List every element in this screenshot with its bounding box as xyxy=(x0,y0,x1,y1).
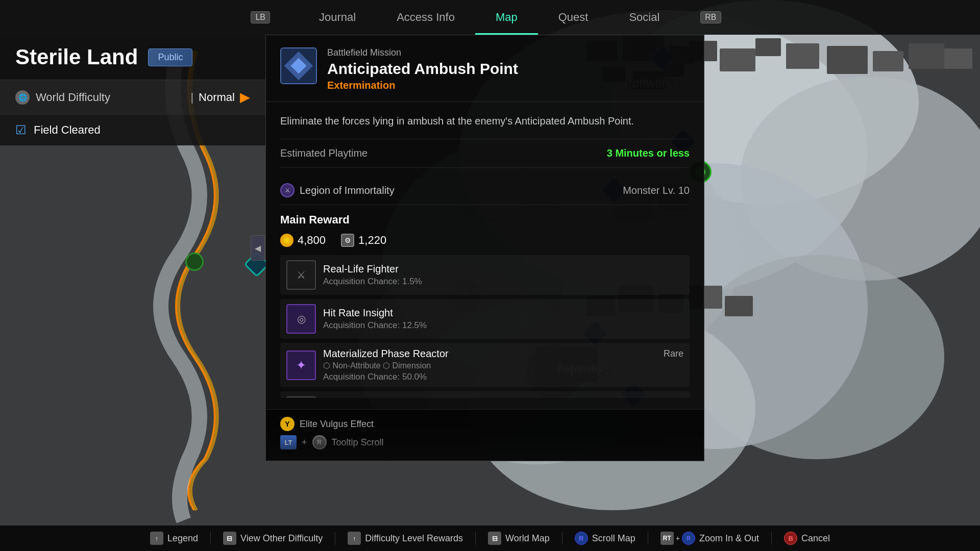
playtime-value: 3 Minutes or less xyxy=(607,147,690,159)
reward-name-2: Hit Rate Insight xyxy=(323,307,683,319)
nav-social[interactable]: Social xyxy=(608,0,680,35)
reward-name-1: Real-Life Fighter xyxy=(323,263,683,275)
b-button: B xyxy=(784,532,797,545)
rb-badge: RB xyxy=(700,11,721,23)
nav-lb: LB xyxy=(230,0,299,35)
world-difficulty-right: | Normal ▶ xyxy=(190,89,250,105)
sidebar-header: Sterile Land Public xyxy=(0,35,265,80)
enemy-name: Legion of Immortality xyxy=(300,185,395,196)
reward-icon-2: ◎ xyxy=(286,304,316,334)
reward-chance-1: Acquisition Chance: 1.5% xyxy=(323,277,683,287)
mission-icon-inner xyxy=(290,58,306,73)
svg-rect-28 xyxy=(725,296,753,316)
legend-button[interactable]: ↑ Legend xyxy=(138,532,211,545)
reward-icon-4: ⊕ xyxy=(286,396,316,398)
nav-access-info[interactable]: Access Info xyxy=(376,0,475,35)
enemy-level: Monster Lv. 10 xyxy=(623,185,690,196)
playtime-label: Estimated Playtime xyxy=(280,147,368,159)
mission-category: Battlefield Mission xyxy=(327,47,690,58)
public-badge: Public xyxy=(148,48,192,66)
plus-zoom: + xyxy=(676,534,680,542)
footer-hint-2: LT + R Tooltip Scroll xyxy=(280,435,690,449)
gold-reward: 4,800 xyxy=(280,234,326,247)
cancel-label: Cancel xyxy=(801,533,830,544)
difficulty-level-rewards-label: Difficulty Level Rewards xyxy=(365,533,463,544)
y-button: Y xyxy=(280,417,295,431)
difficulty-rewards-btn-icon: ↑ xyxy=(348,532,361,545)
svg-rect-19 xyxy=(786,43,819,69)
elite-vulgus-label: Elite Vulgus Effect xyxy=(300,419,374,430)
reward-item-1: ⚔ Real-Life Fighter Acquisition Chance: … xyxy=(280,255,690,295)
mission-playtime: Estimated Playtime 3 Minutes or less xyxy=(280,139,690,168)
nav-map[interactable]: Map xyxy=(475,0,538,35)
field-cleared-label: Field Cleared xyxy=(34,123,101,137)
mission-icon-diamond xyxy=(284,52,313,81)
scroll-map-btn-icon: R xyxy=(575,532,588,545)
nav-rb: RB xyxy=(680,0,749,35)
enemy-left: ⚔ Legion of Immortality xyxy=(280,183,395,197)
mission-description: Eliminate the forces lying in ambush at … xyxy=(280,113,690,129)
reward-name-3: Materialized Phase Reactor xyxy=(323,348,449,360)
reward-item-3: ✦ Materialized Phase Reactor Rare ⬡ Non-… xyxy=(280,343,690,387)
world-difficulty-value: Normal xyxy=(199,91,235,104)
view-other-difficulty-label: View Other Difficulty xyxy=(240,533,323,544)
zoom-combo: RT + R xyxy=(660,532,695,545)
lb-badge: LB xyxy=(251,11,270,23)
world-map-btn-icon: ⊟ xyxy=(488,532,501,545)
field-cleared-row: ☑ Field Cleared xyxy=(0,114,265,145)
world-map-button[interactable]: ⊟ World Map xyxy=(476,532,562,545)
svg-rect-20 xyxy=(827,46,868,74)
reward-chance-3: Acquisition Chance: 50.0% xyxy=(323,372,683,382)
nav-journal[interactable]: Journal xyxy=(299,0,376,35)
reward-rarity-3: Rare xyxy=(664,348,683,359)
world-difficulty-label: World Difficulty xyxy=(36,91,110,104)
reward-icon-1: ⚔ xyxy=(286,260,316,290)
reward-item-2: ◎ Hit Rate Insight Acquisition Chance: 1… xyxy=(280,299,690,339)
reward-info-3: Materialized Phase Reactor Rare ⬡ Non-At… xyxy=(323,348,683,382)
tooltip-scroll-label: Tooltip Scroll xyxy=(332,437,384,448)
difficulty-level-rewards-button[interactable]: ↑ Difficulty Level Rewards xyxy=(335,532,476,545)
svg-rect-17 xyxy=(720,48,755,71)
top-navigation: LB Journal Access Info Map Quest Social … xyxy=(0,0,980,35)
r-zoom-btn: R xyxy=(682,532,695,545)
mission-type: Extermination xyxy=(327,80,690,91)
map-marker-green-1[interactable] xyxy=(185,253,204,271)
gear-reward: ⚙ 1,220 xyxy=(341,234,386,247)
mission-header: Battlefield Mission Anticipated Ambush P… xyxy=(266,35,704,102)
plus-symbol: + xyxy=(302,437,307,448)
reward-info-1: Real-Life Fighter Acquisition Chance: 1.… xyxy=(323,263,683,287)
gold-amount: 4,800 xyxy=(298,234,326,247)
legend-btn-icon: ↑ xyxy=(150,532,163,545)
world-difficulty-left: 🌐 World Difficulty xyxy=(15,90,110,105)
view-other-difficulty-button[interactable]: ⊟ View Other Difficulty xyxy=(211,532,335,545)
bottom-bar: ↑ Legend ⊟ View Other Difficulty ↑ Diffi… xyxy=(0,525,980,551)
gold-icon xyxy=(280,234,293,247)
legend-label: Legend xyxy=(167,533,198,544)
scroll-map-label: Scroll Map xyxy=(592,533,635,544)
mission-name: Anticipated Ambush Point xyxy=(327,60,690,78)
gear-amount: 1,220 xyxy=(358,234,386,247)
enemy-row: ⚔ Legion of Immortality Monster Lv. 10 xyxy=(280,176,690,205)
main-reward-title: Main Reward xyxy=(280,213,690,227)
scroll-map-button[interactable]: R Scroll Map xyxy=(562,532,648,545)
reward-info-2: Hit Rate Insight Acquisition Chance: 12.… xyxy=(323,307,683,331)
gear-icon: ⚙ xyxy=(341,234,354,247)
cancel-button[interactable]: B Cancel xyxy=(772,532,842,545)
field-cleared-check: ☑ xyxy=(15,123,27,137)
reward-items-list: ⚔ Real-Life Fighter Acquisition Chance: … xyxy=(280,255,690,398)
zoom-label: Zoom In & Out xyxy=(699,533,759,544)
mission-title-block: Battlefield Mission Anticipated Ambush P… xyxy=(327,47,690,91)
world-difficulty-row: 🌐 World Difficulty | Normal ▶ xyxy=(0,80,265,114)
world-map-label: World Map xyxy=(505,533,550,544)
zoom-in-out-button[interactable]: RT + R Zoom In & Out xyxy=(648,532,772,545)
lt-button: LT xyxy=(280,435,297,449)
svg-rect-21 xyxy=(873,51,903,71)
reward-currency: 4,800 ⚙ 1,220 xyxy=(280,234,690,247)
difficulty-arrow[interactable]: ▶ xyxy=(240,89,250,105)
svg-rect-18 xyxy=(755,38,781,56)
r-button: R xyxy=(312,435,327,449)
mission-body: Eliminate the forces lying in ambush at … xyxy=(266,102,704,409)
world-icon: 🌐 xyxy=(15,90,30,105)
nav-quest[interactable]: Quest xyxy=(538,0,609,35)
panel-scroll-left[interactable]: ◀ xyxy=(251,235,265,261)
